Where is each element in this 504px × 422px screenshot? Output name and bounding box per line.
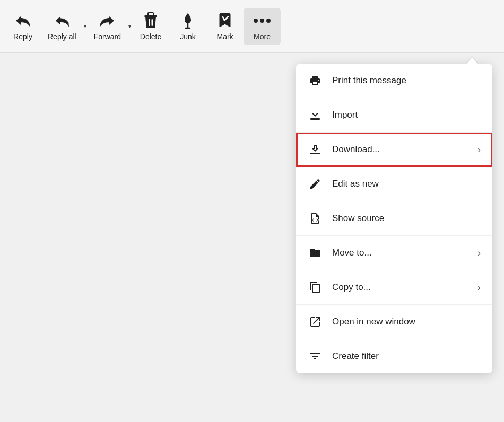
svg-point-4 — [254, 19, 258, 23]
reply-all-button[interactable]: Reply all — [41, 8, 83, 45]
reply-button[interactable]: Reply — [4, 8, 41, 45]
folder-icon — [308, 245, 323, 260]
download-icon — [308, 142, 323, 157]
menu-item-import[interactable]: Import — [296, 98, 492, 133]
reply-all-group: Reply all ▾ — [41, 8, 88, 45]
svg-text:</>: </> — [312, 218, 319, 222]
import-icon — [308, 108, 323, 122]
mark-label: Mark — [217, 32, 233, 41]
menu-item-edit-as-new[interactable]: Edit as new — [296, 167, 492, 201]
reply-all-dropdown-arrow[interactable]: ▾ — [83, 21, 88, 31]
toolbar: Reply Reply all ▾ Forward ▾ — [0, 0, 504, 53]
create-filter-label: Create filter — [332, 351, 481, 362]
delete-button[interactable]: Delete — [132, 8, 169, 45]
svg-point-6 — [266, 19, 271, 23]
svg-rect-8 — [310, 153, 320, 154]
reply-icon — [14, 12, 31, 29]
dropdown-arrow — [467, 57, 477, 64]
menu-item-create-filter[interactable]: Create filter — [296, 339, 492, 373]
more-dropdown: Print this message Import Download... › — [296, 57, 492, 373]
junk-button[interactable]: Junk — [169, 8, 206, 45]
print-label: Print this message — [332, 75, 481, 86]
menu-item-print[interactable]: Print this message — [296, 64, 492, 98]
junk-label: Junk — [180, 32, 196, 41]
dropdown-menu: Print this message Import Download... › — [296, 64, 492, 373]
svg-rect-7 — [310, 118, 320, 120]
menu-item-copy-to[interactable]: Copy to... › — [296, 270, 492, 305]
mark-icon — [216, 12, 233, 29]
forward-button[interactable]: Forward — [88, 8, 127, 45]
forward-label: Forward — [94, 32, 121, 41]
svg-rect-3 — [152, 19, 153, 26]
reply-label: Reply — [13, 32, 32, 41]
copy-to-chevron-icon: › — [477, 282, 481, 293]
junk-icon — [179, 12, 196, 29]
mark-button[interactable]: Mark — [206, 8, 244, 45]
more-icon — [254, 12, 271, 29]
forward-dropdown-arrow[interactable]: ▾ — [127, 21, 132, 31]
svg-rect-2 — [149, 19, 150, 26]
svg-rect-1 — [148, 13, 153, 15]
reply-all-label: Reply all — [48, 32, 76, 41]
forward-icon — [99, 12, 116, 29]
print-icon — [308, 73, 323, 88]
source-icon: </> — [308, 211, 323, 226]
copy-to-label: Copy to... — [332, 282, 468, 293]
svg-point-5 — [260, 19, 264, 23]
download-label: Download... — [332, 144, 468, 155]
delete-label: Delete — [140, 32, 161, 41]
menu-item-move-to[interactable]: Move to... › — [296, 236, 492, 270]
forward-group: Forward ▾ — [88, 8, 132, 45]
open-new-window-label: Open in new window — [332, 316, 481, 327]
menu-item-show-source[interactable]: </> Show source — [296, 201, 492, 236]
edit-as-new-label: Edit as new — [332, 179, 481, 189]
copy-icon — [308, 280, 323, 295]
menu-item-download[interactable]: Download... › — [296, 133, 492, 167]
show-source-label: Show source — [332, 213, 481, 224]
move-to-label: Move to... — [332, 248, 468, 258]
filter-icon — [308, 349, 323, 364]
more-button[interactable]: More — [244, 8, 281, 45]
move-to-chevron-icon: › — [477, 248, 481, 259]
menu-item-open-new-window[interactable]: Open in new window — [296, 305, 492, 339]
delete-icon — [142, 12, 159, 29]
more-label: More — [254, 32, 271, 41]
import-label: Import — [332, 110, 481, 120]
reply-all-icon — [54, 12, 71, 29]
edit-icon — [308, 177, 323, 191]
download-chevron-icon: › — [477, 144, 481, 155]
open-external-icon — [308, 314, 323, 329]
